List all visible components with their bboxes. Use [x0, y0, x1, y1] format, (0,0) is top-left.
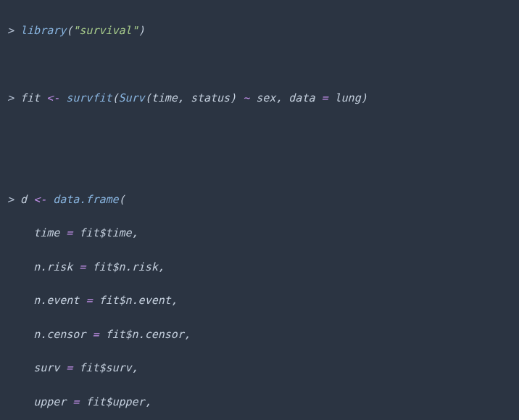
eq-op: = [66, 226, 72, 239]
fn-dataframe: data.frame [53, 193, 118, 206]
paren: ) [138, 24, 145, 37]
identifier: fit [20, 91, 40, 104]
comma: , [178, 91, 191, 104]
identifier: status [191, 91, 230, 104]
field-name: upper [33, 395, 66, 408]
field-rhs: fit$time [79, 226, 131, 239]
field-rhs: fit$n.event [99, 294, 170, 307]
eq-op: = [92, 328, 99, 341]
field-rhs: fit$surv [79, 361, 131, 374]
assign-op: <- [33, 193, 46, 206]
fn-library: library [20, 24, 66, 37]
comma: , [145, 395, 151, 408]
code-line: > d <- data.frame( [7, 192, 512, 208]
prompt-icon: > [7, 24, 14, 37]
code-line: n.event = fit$n.event, [7, 292, 512, 309]
code-line: surv = fit$surv, [7, 360, 512, 376]
field-rhs: fit$n.censor [105, 328, 183, 341]
comma: , [132, 226, 138, 239]
field-name: n.event [33, 294, 79, 307]
field-name: surv [33, 361, 59, 374]
field-rhs: fit$upper [86, 395, 144, 408]
comma: , [275, 91, 288, 104]
tilde-op: ~ [243, 91, 249, 104]
eq-op: = [322, 91, 328, 104]
identifier: d [20, 193, 27, 206]
blank-line [7, 124, 512, 141]
comma: , [171, 294, 178, 307]
eq-op: = [72, 395, 79, 408]
code-line: n.censor = fit$n.censor, [7, 326, 512, 343]
assign-op: <- [46, 91, 59, 104]
blank-line [7, 157, 512, 174]
field-name: n.risk [33, 260, 72, 273]
identifier: data [288, 91, 315, 104]
paren: ( [66, 24, 72, 37]
comma: , [158, 260, 165, 273]
comma: , [184, 328, 191, 341]
comma: , [132, 361, 138, 374]
eq-op: = [86, 294, 92, 307]
eq-op: = [66, 361, 72, 374]
field-name: time [33, 226, 59, 239]
paren: ) [230, 91, 236, 104]
code-line: upper = fit$upper, [7, 394, 512, 411]
string-literal: "survival" [72, 24, 138, 37]
prompt-icon: > [7, 193, 14, 206]
r-console[interactable]: > library("survival") > fit <- survfit(S… [0, 0, 519, 420]
prompt-icon: > [7, 91, 14, 104]
code-line: > library("survival") [7, 22, 512, 39]
identifier: time [151, 91, 178, 104]
identifier: lung [335, 91, 361, 104]
paren: ) [361, 91, 368, 104]
eq-op: = [79, 260, 86, 273]
paren: ( [145, 91, 151, 104]
fn-surv: Surv [119, 91, 145, 104]
paren: ( [119, 193, 125, 206]
fn-survfit: survfit [66, 91, 112, 104]
field-rhs: fit$n.risk [92, 260, 157, 273]
code-line: > fit <- survfit(Surv(time, status) ~ se… [7, 90, 512, 107]
code-line: n.risk = fit$n.risk, [7, 259, 512, 276]
field-name: n.censor [33, 328, 86, 341]
code-line: time = fit$time, [7, 225, 512, 242]
blank-line [7, 57, 512, 73]
identifier: sex [256, 91, 275, 104]
paren: ( [112, 91, 119, 104]
